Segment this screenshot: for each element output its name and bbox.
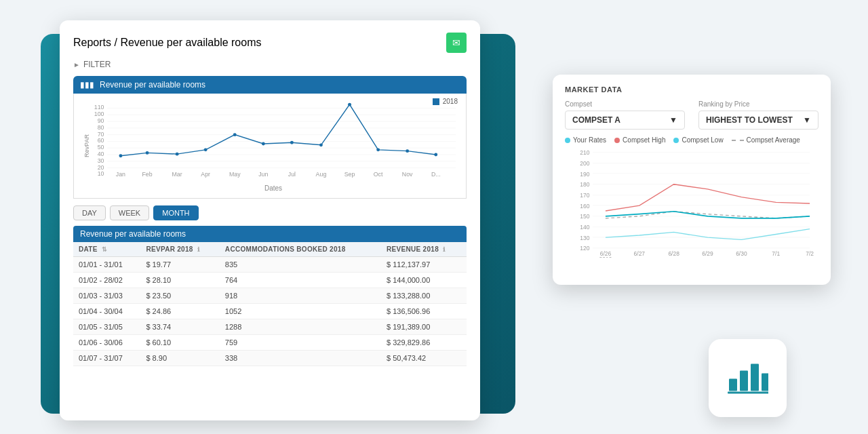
data-table: DATE ⇅ REVPAR 2018 ℹ ACCOMMODATIONS BOOK… <box>73 242 467 366</box>
x-axis-label: Dates <box>87 184 459 192</box>
svg-point-44 <box>434 153 437 157</box>
svg-text:6/29: 6/29 <box>702 250 713 257</box>
ranking-select[interactable]: HIGHEST TO LOWEST ▼ <box>698 111 818 130</box>
ranking-chevron-icon: ▼ <box>803 115 811 125</box>
sort-icon-revpar: ℹ <box>197 246 199 253</box>
svg-rect-76 <box>762 373 768 391</box>
week-button[interactable]: WEEK <box>110 205 149 220</box>
svg-text:110: 110 <box>94 104 104 111</box>
col-revpar[interactable]: REVPAR 2018 ℹ <box>140 242 219 257</box>
svg-text:May: May <box>229 171 241 178</box>
chart-container: 2018 RevPAR 110 100 90 80 70 60 50 40 30 <box>73 94 467 199</box>
table-title: Revenue per available rooms <box>80 229 186 239</box>
svg-text:2019: 2019 <box>599 256 612 258</box>
svg-point-38 <box>262 142 265 146</box>
svg-text:180: 180 <box>580 181 589 188</box>
table-row: 01/07 - 31/07 $ 8.90 338 $ 50,473.42 <box>73 351 467 366</box>
legend-compset-low: Compset Low <box>673 136 723 144</box>
reports-card: Reports / Revenue per available rooms ✉ … <box>60 20 480 420</box>
svg-point-43 <box>406 149 409 153</box>
svg-point-35 <box>176 153 179 156</box>
svg-text:60: 60 <box>98 137 104 144</box>
compset-value: COMPSET A <box>572 115 620 125</box>
email-button[interactable]: ✉ <box>446 33 467 53</box>
svg-point-33 <box>119 154 122 157</box>
reports-title: Reports / Revenue per available rooms <box>73 37 262 49</box>
cell-revenue: $ 133,288.00 <box>381 288 467 304</box>
cell-revpar: $ 28.10 <box>140 273 219 288</box>
market-data-title: MARKET DATA <box>565 85 818 94</box>
analytics-svg <box>728 357 768 397</box>
svg-text:80: 80 <box>98 124 104 131</box>
cell-accommodations: 338 <box>220 351 381 366</box>
compset-high-dot <box>614 138 620 143</box>
legend-compset-avg: Compset Average <box>732 136 800 144</box>
cell-date: 01/02 - 28/02 <box>73 273 140 288</box>
svg-text:200: 200 <box>580 160 589 167</box>
svg-text:130: 130 <box>580 235 589 241</box>
svg-rect-74 <box>740 370 748 391</box>
table-row: 01/04 - 30/04 $ 24.86 1052 $ 136,506.96 <box>73 304 467 319</box>
cell-revpar: $ 24.86 <box>140 304 219 319</box>
svg-point-42 <box>376 148 380 151</box>
compset-avg-label: Compset Average <box>747 136 800 144</box>
day-button[interactable]: DAY <box>73 205 106 220</box>
svg-text:Jan: Jan <box>116 171 125 178</box>
svg-rect-77 <box>728 391 768 393</box>
cell-date: 01/03 - 31/03 <box>73 288 140 304</box>
cell-revenue: $ 191,389.00 <box>381 319 467 335</box>
month-button[interactable]: MONTH <box>153 205 198 220</box>
svg-text:90: 90 <box>98 117 104 124</box>
table-header-row: DATE ⇅ REVPAR 2018 ℹ ACCOMMODATIONS BOOK… <box>73 242 467 257</box>
cell-date: 01/05 - 31/05 <box>73 319 140 335</box>
svg-text:Nov: Nov <box>402 171 413 178</box>
chart-icon: ▮▮▮ <box>80 80 94 90</box>
chart-legend: 2018 <box>433 98 458 105</box>
cell-revenue: $ 112,137.97 <box>381 257 467 273</box>
cell-date: 01/04 - 30/04 <box>73 304 140 319</box>
svg-text:Aug: Aug <box>316 171 327 178</box>
col-revenue[interactable]: REVENUE 2018 ℹ <box>381 242 467 257</box>
ranking-control: Ranking by Price HIGHEST TO LOWEST ▼ <box>698 100 818 130</box>
cell-date: 01/01 - 31/01 <box>73 257 140 273</box>
cell-accommodations: 918 <box>220 288 381 304</box>
compset-high-chart-line <box>606 184 810 211</box>
legend-year: 2018 <box>443 98 458 105</box>
cell-revenue: $ 50,473.42 <box>381 351 467 366</box>
cell-revenue: $ 329,829.86 <box>381 335 467 351</box>
cell-date: 01/07 - 31/07 <box>73 351 140 366</box>
sort-icon-date: ⇅ <box>102 246 107 253</box>
col-accommodations[interactable]: ACCOMMODATIONS BOOKED 2018 <box>220 242 381 257</box>
cell-revenue: $ 144,000.00 <box>381 273 467 288</box>
svg-text:Sep: Sep <box>344 171 355 178</box>
table-row: 01/01 - 31/01 $ 19.77 835 $ 112,137.97 <box>73 257 467 273</box>
svg-text:170: 170 <box>580 192 589 199</box>
sort-icon-revenue: ℹ <box>443 246 445 253</box>
filter-bar[interactable]: ► FILTER <box>73 60 467 69</box>
svg-text:30: 30 <box>98 157 104 164</box>
ranking-label: Ranking by Price <box>698 100 818 108</box>
svg-point-37 <box>233 133 237 136</box>
col-date[interactable]: DATE ⇅ <box>73 242 140 257</box>
compset-high-label: Compset High <box>623 136 665 144</box>
legend-color <box>433 98 439 105</box>
line-chart-svg: 110 100 90 80 70 60 50 40 30 20 10 Jan F… <box>87 99 459 180</box>
svg-text:40: 40 <box>98 151 104 157</box>
cell-accommodations: 1052 <box>220 304 381 319</box>
svg-text:160: 160 <box>580 203 589 210</box>
svg-text:6/28: 6/28 <box>668 250 679 257</box>
svg-text:Oct: Oct <box>374 171 383 178</box>
svg-text:6/27: 6/27 <box>634 250 646 257</box>
svg-text:150: 150 <box>580 213 589 220</box>
analytics-icon-card <box>709 339 787 417</box>
compset-control: Compset COMPSET A ▼ <box>565 100 685 130</box>
compset-select[interactable]: COMPSET A ▼ <box>565 111 685 130</box>
market-data-card: MARKET DATA Compset COMPSET A ▼ Ranking … <box>553 75 831 285</box>
table-row: 01/05 - 31/05 $ 33.74 1288 $ 191,389.00 <box>73 319 467 335</box>
chart-title: Revenue per available rooms <box>100 80 205 90</box>
cell-date: 01/06 - 30/06 <box>73 335 140 351</box>
compset-chevron-icon: ▼ <box>669 115 677 125</box>
market-controls: Compset COMPSET A ▼ Ranking by Price HIG… <box>565 100 818 130</box>
table-row: 01/02 - 28/02 $ 28.10 764 $ 144,000.00 <box>73 273 467 288</box>
filter-label: FILTER <box>83 60 111 69</box>
